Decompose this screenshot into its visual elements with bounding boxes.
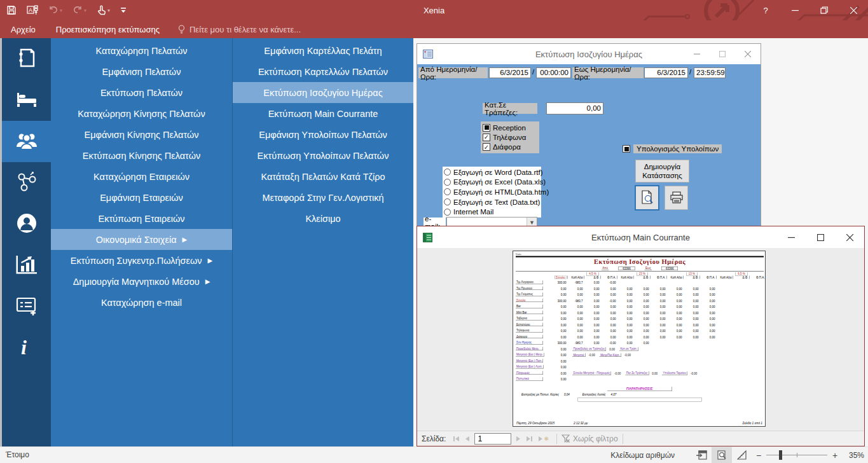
zoom-out-button[interactable]: − <box>752 450 765 460</box>
sidebar-item-form-list[interactable] <box>2 286 51 328</box>
menu1-item[interactable]: Εκτύπωση Κίνησης Πελατών <box>51 145 232 166</box>
redo-icon[interactable]: ▾ <box>72 6 86 15</box>
close-button[interactable] <box>839 0 868 20</box>
checkbox-box[interactable]: ✓ <box>483 143 490 151</box>
bank-deposits-field[interactable]: 0,00 <box>546 102 603 114</box>
export-radio-option[interactable]: Internet Mail <box>444 208 540 216</box>
dialog1-maximize-button[interactable] <box>710 44 735 64</box>
radio-circle-icon[interactable] <box>444 169 451 176</box>
dialog2-titlebar[interactable]: Εκτύπωση Main Courrante <box>417 226 864 248</box>
zoom-slider[interactable] <box>766 447 827 463</box>
report-cell: -983,7 <box>568 342 584 345</box>
sidebar-item-journal[interactable] <box>2 38 51 79</box>
menu1-item[interactable]: Εκτύπωση Εταιρειών <box>51 208 232 229</box>
menu1-item[interactable]: Εμφάνιση Πελατών <box>51 61 232 82</box>
dialog1-titlebar[interactable]: Εκτύπωση Ισοζυγίου Ημέρας <box>417 44 761 64</box>
export-radio-option[interactable]: Εξαγωγή σε Word (Data.rtf) <box>444 169 540 176</box>
checkbox-reception[interactable]: Reception <box>483 124 537 132</box>
help-button[interactable]: ? <box>751 0 780 20</box>
next-page-button[interactable] <box>513 432 523 446</box>
form-view-icon[interactable] <box>691 447 712 463</box>
menu1-item[interactable]: Εκτύπωση Πελατών <box>51 82 232 103</box>
checkbox-διάφορα[interactable]: ✓Διάφορα <box>483 143 537 151</box>
report-cell: 0,00 <box>551 305 568 308</box>
sidebar-item-rooms-bed[interactable] <box>2 79 51 121</box>
tab-print-preview[interactable]: Προεπισκόπηση εκτύπωσης <box>46 20 169 38</box>
customize-toolbar-icon[interactable] <box>120 6 127 14</box>
report-page[interactable]: DataΕκτύπωση Ισοζυγίου ΗμέραςΑπό63366Εως… <box>513 251 766 427</box>
menu1-item[interactable]: Εμφάνιση Εταιρειών <box>51 187 232 208</box>
save-icon[interactable] <box>6 5 17 15</box>
sidebar-item-statistics-chart[interactable] <box>2 245 51 286</box>
report-cell: 0,00 <box>700 323 717 326</box>
sidebar-item-user-person[interactable] <box>2 204 51 245</box>
no-filter-button[interactable]: Χωρίς φίλτρο <box>561 434 618 443</box>
layout-view-icon[interactable] <box>732 447 752 463</box>
menu1-item[interactable]: Καταχώρηση Εταιρειών <box>51 166 232 187</box>
radio-circle-icon[interactable] <box>444 198 451 205</box>
first-page-button[interactable] <box>450 432 462 446</box>
dialog1-minimize-button[interactable] <box>684 44 710 64</box>
menu1-item[interactable]: Εκτύπωση Συγκεντρ.Πωλήσεων▶ <box>51 250 232 271</box>
redo-dropdown-icon[interactable]: ▾ <box>84 8 86 13</box>
report-cell: 0,00 <box>700 335 717 338</box>
sidebar-item-customers-people[interactable] <box>2 121 51 162</box>
checkbox-box[interactable] <box>483 124 490 132</box>
menu2-item[interactable]: Εκτύπωση Καρτελλών Πελατών <box>233 61 413 82</box>
from-date-field[interactable]: 6/3/2015 <box>489 67 531 78</box>
sidebar-item-info[interactable]: i <box>2 328 51 369</box>
current-page-input[interactable]: 1 <box>474 433 511 445</box>
report-cell: 0,00 <box>684 323 700 326</box>
previous-page-button[interactable] <box>462 432 472 446</box>
menu1-item[interactable]: Εμφάνιση Κίνησης Πελατών <box>51 124 232 145</box>
menu1-item[interactable]: Οικονομικά Στοιχεία▶ <box>51 229 232 250</box>
report-row: Διάφορα0,000,000,000,000,000,000,000,000… <box>516 334 764 340</box>
radio-circle-icon[interactable] <box>444 179 451 186</box>
menu1-item[interactable]: Καταχώρηση e-mail <box>51 292 232 313</box>
print-preview-button[interactable] <box>635 185 659 211</box>
menu2-item[interactable]: Εκτύπωση Ισοζυγίου Ημέρας <box>233 82 413 103</box>
from-time-field[interactable]: 00:00:00 <box>536 67 571 78</box>
dialog2-close-button[interactable] <box>835 226 864 248</box>
create-report-button[interactable]: Δημιουργία Κατάστασης <box>635 160 689 183</box>
export-radio-option[interactable]: Εξαγωγή σε Excel (Data.xls) <box>444 178 540 186</box>
print-preview-view-icon[interactable] <box>712 447 732 463</box>
export-radio-option[interactable]: Εξαγωγή σε HTML(Data.htm) <box>444 188 540 196</box>
menu2-item[interactable]: Εκτύπωση Υπολοίπων Πελατών <box>233 145 413 166</box>
print-button[interactable] <box>665 186 688 210</box>
export-radio-option[interactable]: Εξαγωγή σε Text (Data.txt) <box>444 198 540 206</box>
touch-mode-icon[interactable]: ▾ <box>97 5 110 15</box>
tell-me-box[interactable]: Πείτε μου τι θέλετε να κάνετε... <box>178 25 301 34</box>
spelling-icon[interactable]: A <box>27 5 38 15</box>
zoom-slider-thumb[interactable] <box>779 450 782 460</box>
menu2-item[interactable]: Εκτύπωση Main Courrante <box>233 103 413 124</box>
undo-icon[interactable]: ▾ <box>48 6 62 15</box>
dialog2-minimize-button[interactable] <box>776 226 806 248</box>
to-time-field[interactable]: 23:59:59 <box>694 67 726 78</box>
tab-file[interactable]: Αρχείο <box>0 20 46 38</box>
menu1-item[interactable]: Καταχώρηση Πελατών <box>51 40 232 61</box>
sidebar-item-share-network[interactable] <box>2 162 51 204</box>
last-page-button[interactable] <box>523 432 535 446</box>
menu2-item[interactable]: Κλείσιμο <box>233 208 413 229</box>
undo-dropdown-icon[interactable]: ▾ <box>60 8 62 13</box>
calc-balances-checkbox[interactable]: Υπολογισμός Υπολοίπων <box>623 144 722 153</box>
radio-circle-icon[interactable] <box>444 188 451 195</box>
menu2-item[interactable]: Εμφάνιση Καρτέλλας Πελάτη <box>233 40 413 61</box>
checkbox-τηλέφωνα[interactable]: ✓Τηλέφωνα <box>483 134 537 141</box>
dialog2-maximize-button[interactable] <box>806 226 835 248</box>
restore-button[interactable] <box>809 0 839 20</box>
menu2-item[interactable]: Μεταφορά Στην Γεν.Λογιστική <box>233 187 413 208</box>
new-record-button[interactable]: ✱ <box>535 432 552 446</box>
zoom-in-button[interactable]: + <box>829 450 841 460</box>
menu2-item[interactable]: Κατάταξη Πελατών Κατά Τζίρο <box>233 166 413 187</box>
minimize-button[interactable] <box>780 0 809 20</box>
checkbox-box[interactable]: ✓ <box>483 134 490 141</box>
touch-mode-dropdown-icon[interactable]: ▾ <box>107 8 110 13</box>
calc-balances-checkbox-box[interactable] <box>623 145 630 153</box>
menu2-item[interactable]: Εμφάνιση Υπολοίπων Πελατών <box>233 124 413 145</box>
dialog1-close-button[interactable] <box>735 44 761 64</box>
menu1-item[interactable]: Καταχώρηση Κίνησης Πελατών <box>51 103 232 124</box>
to-date-field[interactable]: 6/3/2015 <box>644 67 688 78</box>
menu1-item[interactable]: Δημιουργία Μαγνητικού Μέσου▶ <box>51 271 232 292</box>
